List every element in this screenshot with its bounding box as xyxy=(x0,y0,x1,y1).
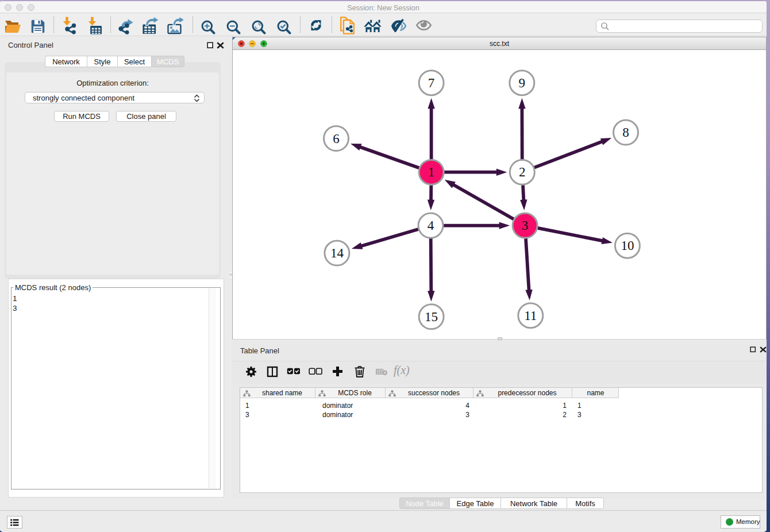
svg-text:2: 2 xyxy=(519,165,526,179)
svg-text:10: 10 xyxy=(621,238,634,253)
svg-text:8: 8 xyxy=(622,125,629,140)
svg-text:9: 9 xyxy=(519,76,526,90)
svg-text:6: 6 xyxy=(333,132,340,146)
svg-text:11: 11 xyxy=(524,309,537,323)
svg-text:3: 3 xyxy=(522,218,529,233)
svg-text:7: 7 xyxy=(428,76,435,90)
svg-text:14: 14 xyxy=(330,246,344,260)
svg-text:4: 4 xyxy=(428,218,434,233)
svg-text:15: 15 xyxy=(425,310,438,324)
svg-text:1: 1 xyxy=(428,165,435,179)
